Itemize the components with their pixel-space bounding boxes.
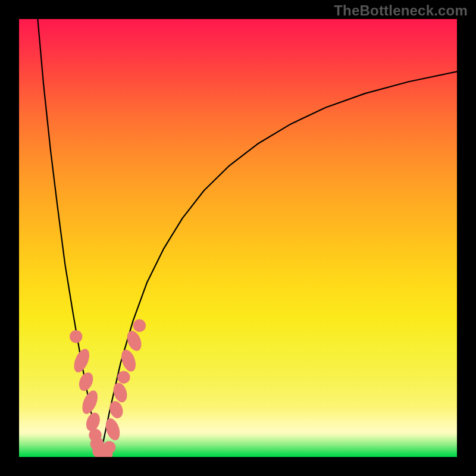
curve-curve-right [100,71,457,457]
plot-area [19,19,457,457]
marker-point [79,389,101,416]
marker-point [76,370,95,393]
marker-point [117,371,130,383]
marker-point [70,330,82,343]
marker-point [71,347,92,375]
marker-point [133,320,146,332]
curve-curve-left [36,19,100,457]
chart-frame: TheBottleneck.com [0,0,476,476]
marker-point [111,381,130,404]
marker-point [103,441,115,453]
curve-group [36,19,457,457]
watermark-text: TheBottleneck.com [334,2,468,19]
marker-group [70,320,146,457]
marker-point [108,399,125,420]
chart-svg [19,19,457,457]
